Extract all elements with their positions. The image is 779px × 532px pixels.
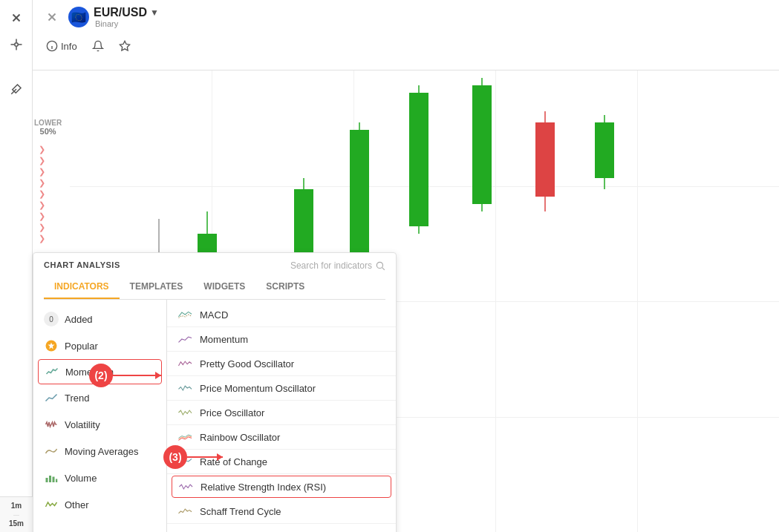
right-indicators: MACD Momentum Pretty Good Oscillator Pri…: [167, 300, 396, 532]
timeframe-15m[interactable]: 15m: [6, 518, 27, 529]
svg-rect-27: [409, 93, 428, 226]
chart-analysis-panel: CHART ANALYSIS Search for indicators IND…: [33, 252, 397, 532]
left-toolbar: (1) 1m — 15m: [0, 0, 33, 532]
tab-templates[interactable]: TEMPLATES: [120, 275, 194, 299]
indicator-price-oscillator-label: Price Oscillator: [200, 407, 264, 418]
annotation-3-group: (3): [163, 445, 223, 469]
svg-line-35: [382, 268, 385, 270]
dropdown-arrow-icon[interactable]: ▼: [150, 7, 159, 18]
svg-rect-33: [595, 122, 614, 178]
svg-marker-12: [120, 41, 129, 50]
annotation-2: (2): [89, 364, 113, 387]
category-added[interactable]: 0 Added: [33, 306, 166, 332]
left-categories: 0 Added Popular Momentum: [33, 300, 167, 532]
indicator-momentum[interactable]: Momentum: [167, 327, 396, 352]
indicator-pretty-good-osc[interactable]: Pretty Good Oscillator: [167, 352, 396, 376]
search-bar[interactable]: Search for indicators: [290, 260, 385, 271]
bell-button[interactable]: [88, 36, 108, 56]
category-popular-label: Popular: [65, 341, 98, 352]
svg-rect-31: [535, 122, 555, 197]
search-placeholder: Search for indicators: [290, 260, 372, 271]
category-popular[interactable]: Popular: [33, 332, 166, 359]
pair-label: EUR/USD: [94, 6, 147, 19]
crosshair-button[interactable]: [4, 33, 28, 56]
star-button[interactable]: [114, 36, 135, 56]
svg-rect-29: [472, 85, 492, 204]
category-trend-label: Trend: [65, 393, 89, 404]
info-button[interactable]: Info: [42, 38, 82, 54]
timeframe-1m[interactable]: 1m: [8, 500, 25, 511]
close-chart-button[interactable]: [42, 7, 62, 27]
tab-indicators[interactable]: INDICATORS: [44, 275, 120, 299]
category-volume-label: Volume: [65, 473, 97, 484]
panel-header: CHART ANALYSIS Search for indicators IND…: [33, 253, 396, 300]
payout-lower: LOWER 50%: [34, 119, 62, 136]
category-trend[interactable]: Trend: [33, 384, 166, 411]
indicator-special-k[interactable]: Special K: [167, 524, 396, 532]
tabs-row: INDICATORS TEMPLATES WIDGETS SCRIPTS: [44, 275, 385, 300]
category-volatility[interactable]: Volatility: [33, 411, 166, 438]
draw-button[interactable]: [4, 77, 28, 101]
pair-info[interactable]: 🇪🇺 EUR/USD ▼ Binary: [68, 6, 159, 28]
top-bar: 🇪🇺 EUR/USD ▼ Binary Info: [33, 0, 779, 70]
added-count-badge: 0: [44, 312, 59, 326]
panel-body: 0 Added Popular Momentum: [33, 300, 396, 532]
close-button[interactable]: [4, 6, 28, 30]
tab-scripts[interactable]: SCRIPTS: [255, 275, 315, 299]
annotation-2-group: (2): [89, 364, 161, 387]
indicator-macd[interactable]: MACD: [167, 303, 396, 327]
indicator-rsi-label: Relative Strength Index (RSI): [201, 482, 326, 493]
indicator-rainbow-osc-label: Rainbow Oscillator: [200, 432, 280, 443]
indicator-price-momentum-osc-label: Price Momentum Oscillator: [200, 383, 316, 394]
svg-rect-37: [46, 478, 48, 482]
indicator-schaff-trend-label: Schaff Trend Cycle: [200, 506, 281, 517]
pair-type: Binary: [95, 19, 159, 28]
category-other-label: Other: [65, 499, 89, 510]
annotation-3: (3): [163, 445, 187, 469]
svg-rect-40: [56, 479, 57, 483]
indicator-momentum-label: Momentum: [200, 334, 248, 345]
indicator-pretty-good-osc-label: Pretty Good Oscillator: [200, 358, 294, 370]
info-label: Info: [61, 41, 77, 52]
category-moving-averages[interactable]: Moving Averages: [33, 438, 166, 464]
bottom-bar: 1m — 15m: [0, 496, 33, 532]
indicator-schaff-trend[interactable]: Schaff Trend Cycle: [167, 499, 396, 524]
indicator-price-momentum-osc[interactable]: Price Momentum Oscillator: [167, 376, 396, 401]
category-added-label: Added: [65, 314, 93, 325]
svg-rect-38: [49, 476, 51, 482]
indicator-macd-label: MACD: [200, 309, 228, 321]
svg-rect-39: [53, 477, 55, 483]
indicator-rsi[interactable]: Relative Strength Index (RSI): [172, 476, 391, 498]
tab-widgets[interactable]: WIDGETS: [193, 275, 255, 299]
svg-point-2: [14, 43, 18, 47]
category-volume[interactable]: Volume: [33, 464, 166, 491]
category-volatility-label: Volatility: [65, 419, 100, 430]
svg-point-34: [377, 262, 382, 268]
category-moving-averages-label: Moving Averages: [65, 446, 139, 457]
indicator-price-oscillator[interactable]: Price Oscillator: [167, 401, 396, 425]
flag-icon: 🇪🇺: [68, 7, 89, 27]
category-other[interactable]: Other: [33, 491, 166, 518]
